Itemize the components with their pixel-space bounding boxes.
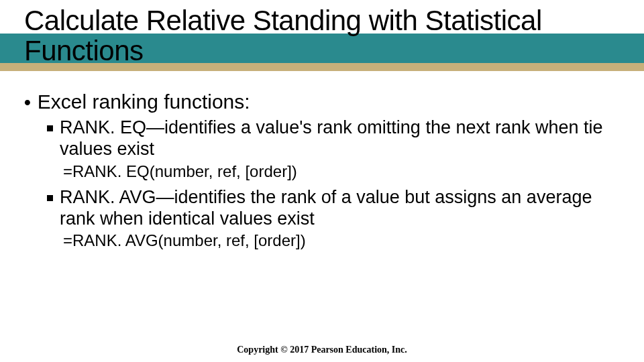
slide-body: • Excel ranking functions: RANK. EQ—iden… [24,90,621,256]
bullet-dot-icon: • [24,93,31,112]
syntax-text: =RANK. AVG(number, ref, [order]) [63,231,621,251]
bullet-level2-text: RANK. AVG—identifies the rank of a value… [60,187,621,230]
bullet-level2: RANK. EQ—identifies a value's rank omitt… [47,117,621,160]
bullet-square-icon [47,125,53,131]
syntax-text: =RANK. EQ(number, ref, [order]) [63,162,621,182]
bullet-level1: • Excel ranking functions: [24,90,621,113]
slide: Calculate Relative Standing with Statist… [0,0,644,362]
copyright-text: Copyright © 2017 Pearson Education, Inc. [0,345,644,355]
bullet-level2: RANK. AVG—identifies the rank of a value… [47,187,621,230]
bullet-level2-text: RANK. EQ—identifies a value's rank omitt… [60,117,621,160]
bullet-square-icon [47,195,53,201]
slide-title: Calculate Relative Standing with Statist… [24,5,621,66]
bullet-level1-text: Excel ranking functions: [38,90,250,113]
